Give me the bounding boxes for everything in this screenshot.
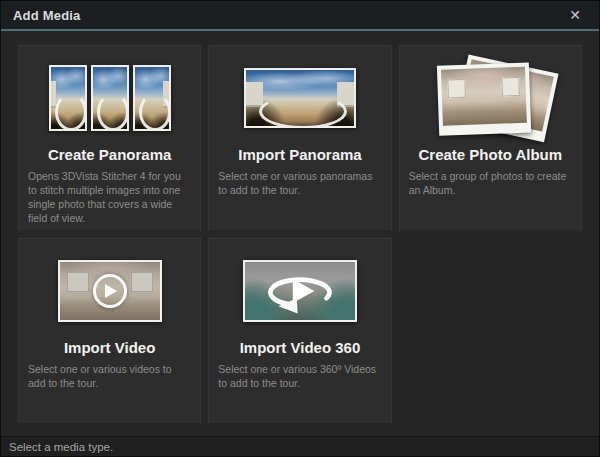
card-description: Select one or various videos to add to t… <box>19 356 200 390</box>
add-media-dialog: Add Media ✕ Create Panorama Opens 3DVist… <box>0 0 600 457</box>
card-title: Create Photo Album <box>400 146 581 163</box>
card-description: Select one or various 360º Videos to add… <box>209 356 390 390</box>
card-title: Import Panorama <box>209 146 390 163</box>
card-title: Create Panorama <box>19 146 200 163</box>
panorama-image <box>135 67 169 129</box>
card-import-video[interactable]: Import Video Select one or various video… <box>18 238 201 424</box>
window-shape <box>67 272 89 292</box>
media-card-grid: Create Panorama Opens 3DVista Stitcher 4… <box>1 31 599 424</box>
create-panorama-thumbnail <box>19 57 200 139</box>
building-shape <box>246 82 263 107</box>
card-description: Select one or various panoramas to add t… <box>209 163 390 197</box>
import-video-thumbnail <box>19 250 200 332</box>
card-description: Select a group of photos to create an Al… <box>400 163 581 197</box>
panorama-photo-frame <box>49 65 87 131</box>
dialog-titlebar: Add Media ✕ <box>1 1 599 31</box>
polaroid-photo-front <box>437 63 531 136</box>
panorama-photo-frame <box>244 68 356 128</box>
status-text: Select a media type. <box>9 441 113 453</box>
panorama-photo-frame <box>133 65 171 131</box>
panorama-image <box>51 67 85 129</box>
panorama-photo-frame <box>91 65 129 131</box>
card-import-panorama[interactable]: Import Panorama Select one or various pa… <box>208 45 391 231</box>
import-video-360-thumbnail <box>209 250 390 332</box>
photo-album-thumbnail <box>400 57 581 139</box>
video-photo-frame <box>58 260 162 322</box>
building-shape <box>337 82 354 107</box>
import-panorama-thumbnail <box>209 57 390 139</box>
building-shape <box>163 81 168 108</box>
card-title: Import Video 360 <box>209 339 390 356</box>
panorama-image <box>93 67 127 129</box>
card-create-panorama[interactable]: Create Panorama Opens 3DVista Stitcher 4… <box>18 45 201 231</box>
interior-image <box>441 67 527 126</box>
play-icon <box>93 274 127 308</box>
card-description: Opens 3DVista Stitcher 4 for you to stit… <box>19 163 200 225</box>
video-360-photo-frame <box>243 260 357 322</box>
card-create-photo-album[interactable]: Create Photo Album Select a group of pho… <box>399 45 582 231</box>
rotate-play-icon <box>252 262 348 320</box>
window-shape <box>131 272 153 292</box>
close-icon[interactable]: ✕ <box>563 6 587 24</box>
building-shape <box>51 81 56 108</box>
window-shape <box>448 79 467 99</box>
panorama-image <box>246 70 354 126</box>
card-import-video-360[interactable]: Import Video 360 Select one or various 3… <box>208 238 391 424</box>
dialog-title: Add Media <box>13 8 81 23</box>
window-shape <box>501 77 520 97</box>
card-title: Import Video <box>19 339 200 356</box>
status-bar: Select a media type. <box>1 436 599 456</box>
